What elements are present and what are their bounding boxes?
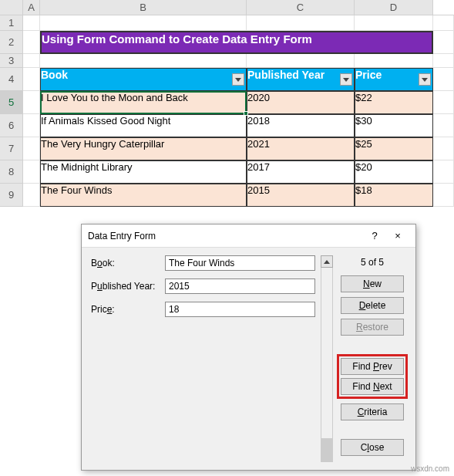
price-input[interactable] xyxy=(165,302,315,317)
row-header-8[interactable]: 8 xyxy=(0,160,23,184)
filter-button[interactable] xyxy=(340,73,352,86)
table-cell[interactable]: $18 xyxy=(355,184,433,207)
price-label: Price: xyxy=(91,304,162,315)
table-header-price[interactable]: Price xyxy=(355,68,433,91)
filter-button[interactable] xyxy=(232,73,244,86)
year-input[interactable] xyxy=(165,279,315,294)
col-header-a[interactable]: A xyxy=(23,0,40,15)
new-button[interactable]: New xyxy=(341,275,404,292)
active-cell[interactable]: I Love You to the Moon and Back xyxy=(40,91,247,114)
table-cell[interactable]: The Four Winds xyxy=(40,184,247,207)
close-button[interactable]: × xyxy=(386,225,409,247)
table-cell[interactable]: $20 xyxy=(355,160,433,184)
col-header-b[interactable]: B xyxy=(40,0,247,15)
year-label: Published Year: xyxy=(91,281,162,292)
column-headers: A B C D xyxy=(0,0,454,15)
record-counter: 5 of 5 xyxy=(361,257,384,268)
delete-button[interactable]: Delete xyxy=(341,297,404,314)
criteria-button[interactable]: Criteria xyxy=(341,403,404,420)
row-header-5[interactable]: 5 xyxy=(0,91,23,114)
book-label: Book: xyxy=(91,258,162,268)
record-scrollbar[interactable] xyxy=(320,255,334,462)
scroll-thumb[interactable] xyxy=(321,438,332,461)
col-header-d[interactable]: D xyxy=(355,0,433,15)
row-header-4[interactable]: 4 xyxy=(0,68,23,91)
row-header-2[interactable]: 2 xyxy=(0,31,23,54)
restore-button: Restore xyxy=(341,319,404,336)
dialog-fields: Book: Published Year: Price: xyxy=(91,255,315,462)
book-input[interactable] xyxy=(165,255,315,271)
page-title[interactable]: Using Form Command to Create Data Entry … xyxy=(40,31,433,54)
table-cell[interactable]: 2015 xyxy=(247,184,355,207)
table-cell[interactable]: If Animals Kissed Good Night xyxy=(40,114,247,137)
row-header-7[interactable]: 7 xyxy=(0,137,23,160)
scroll-track[interactable] xyxy=(321,268,333,462)
dialog-buttons: 5 of 5 New Delete Restore Find Prev Find… xyxy=(338,255,406,462)
highlighted-buttons: Find Prev Find Next xyxy=(337,354,408,399)
col-header-c[interactable]: C xyxy=(247,0,355,15)
table-cell[interactable]: The Very Hungry Caterpillar xyxy=(40,137,247,160)
data-entry-form-dialog: Data Entry Form ? × Book: Published Year… xyxy=(81,224,416,471)
help-button[interactable]: ? xyxy=(363,225,386,247)
table-cell[interactable]: 2020 xyxy=(247,91,355,114)
select-all-corner[interactable] xyxy=(0,0,23,15)
row-header-9[interactable]: 9 xyxy=(0,184,23,207)
watermark: wsxdn.com xyxy=(411,464,449,473)
dialog-titlebar[interactable]: Data Entry Form ? × xyxy=(82,224,415,248)
table-cell[interactable]: 2021 xyxy=(247,137,355,160)
find-prev-button[interactable]: Find Prev xyxy=(341,358,404,375)
find-next-button[interactable]: Find Next xyxy=(341,378,404,395)
row-header-3[interactable]: 3 xyxy=(0,54,23,68)
table-header-year[interactable]: Published Year xyxy=(247,68,355,91)
row-header-6[interactable]: 6 xyxy=(0,114,23,137)
table-cell[interactable]: The Midnight Library xyxy=(40,160,247,184)
table-cell[interactable]: 2017 xyxy=(247,160,355,184)
close-form-button[interactable]: Close xyxy=(341,439,404,456)
table-cell[interactable]: $22 xyxy=(355,91,433,114)
table-cell[interactable]: $25 xyxy=(355,137,433,160)
filter-button[interactable] xyxy=(419,73,431,86)
table-cell[interactable]: $30 xyxy=(355,114,433,137)
table-cell[interactable]: 2018 xyxy=(247,114,355,137)
scroll-up-icon[interactable] xyxy=(321,255,333,268)
table-header-book[interactable]: Book xyxy=(40,68,247,91)
dialog-title: Data Entry Form xyxy=(88,231,363,241)
fill-handle[interactable] xyxy=(244,111,248,116)
row-header-1[interactable]: 1 xyxy=(0,15,23,31)
